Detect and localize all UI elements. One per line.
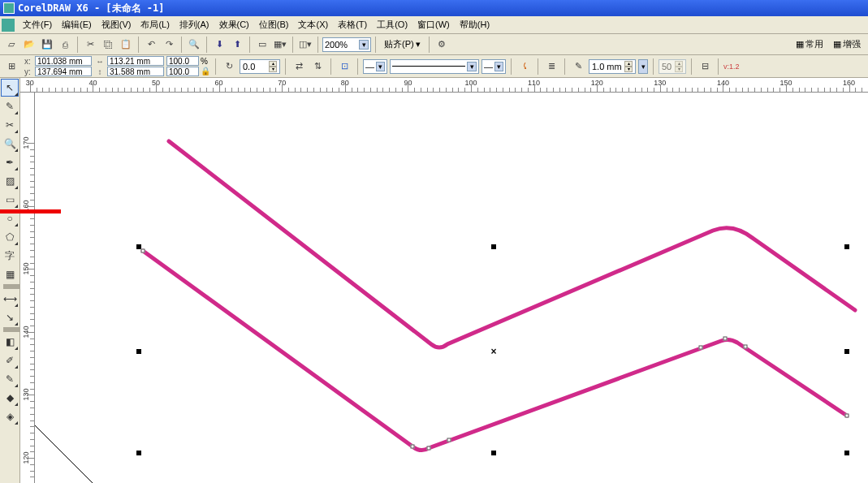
common-button[interactable]: ▦ 常用: [792, 37, 827, 53]
mirror-v-button[interactable]: ⇅: [309, 58, 326, 75]
window-title: CorelDRAW X6 - [未命名 -1]: [18, 2, 165, 15]
y-label-icon: y:: [22, 67, 33, 76]
flyout-indicator: [15, 111, 18, 114]
smart-fill-tool[interactable]: ▨: [1, 172, 19, 190]
snap-button[interactable]: 贴齐(P)▾: [380, 37, 425, 53]
curve-node[interactable]: [141, 249, 145, 253]
outline-tool[interactable]: ✎: [1, 370, 19, 388]
flyout-indicator: [15, 347, 18, 350]
curve-node[interactable]: [427, 446, 431, 451]
width-input[interactable]: 113.21 mm: [107, 56, 164, 66]
welcome-button[interactable]: ◫▾: [297, 37, 313, 53]
zoom-tool[interactable]: 🔍: [1, 135, 19, 153]
rectangle-tool[interactable]: ▭: [1, 191, 19, 209]
new-button[interactable]: ▱: [3, 37, 19, 53]
text-tool[interactable]: 字: [1, 247, 19, 265]
doc-icon: [2, 19, 15, 32]
copy-button[interactable]: ⿻: [100, 37, 116, 53]
mirror-h-button[interactable]: ⇄: [291, 58, 307, 75]
pick-tool[interactable]: ↖: [1, 79, 19, 97]
selection-handle[interactable]: [491, 244, 496, 249]
scale-x-input[interactable]: 100.0: [166, 56, 199, 66]
end-arrow-select[interactable]: —▾: [482, 59, 506, 74]
cut-button[interactable]: ✂: [82, 37, 98, 53]
menu-item[interactable]: 编辑(E): [57, 17, 97, 32]
y-position-input[interactable]: 137.694 mm: [35, 67, 92, 76]
save-button[interactable]: 💾: [39, 37, 55, 53]
menu-item[interactable]: 帮助(H): [455, 17, 494, 32]
chevron-down-icon[interactable]: ▾: [638, 59, 648, 74]
menu-item[interactable]: 文本(X): [293, 17, 333, 32]
flyout-indicator: [15, 130, 18, 133]
search-button[interactable]: 🔍: [186, 37, 202, 53]
flyout-indicator: [15, 304, 18, 307]
curve-node[interactable]: [447, 438, 451, 442]
dimension-tool[interactable]: ⟷: [1, 290, 19, 308]
print-button[interactable]: ⎙: [57, 37, 73, 53]
combine-button[interactable]: ⊡: [336, 58, 352, 75]
paste-button[interactable]: 📋: [118, 37, 134, 53]
export-button[interactable]: ⬆: [229, 37, 245, 53]
enhance-button[interactable]: ▦ 增强: [829, 37, 865, 53]
curve-node[interactable]: [845, 414, 849, 418]
scale-y-input[interactable]: 100.0: [166, 67, 199, 76]
selection-handle[interactable]: [844, 244, 849, 249]
menu-item[interactable]: 工具(O): [372, 17, 412, 32]
zoom-select[interactable]: 200% ▾: [322, 37, 371, 52]
curve-node[interactable]: [744, 345, 748, 349]
flyout-indicator: [15, 365, 18, 369]
polygon-tool[interactable]: ⬠: [1, 228, 19, 246]
object-position-icon: ⊞: [3, 58, 19, 75]
lock-icon[interactable]: 🔒: [201, 67, 210, 75]
zoom-value: 200%: [325, 40, 348, 50]
rotation-input[interactable]: 0.0 ▴▾: [240, 59, 280, 74]
crop-tool[interactable]: ✂: [1, 116, 19, 134]
curve-node[interactable]: [723, 337, 728, 341]
selection-handle[interactable]: [844, 349, 849, 354]
undo-button[interactable]: ↶: [143, 37, 159, 53]
menu-item[interactable]: 排列(A): [175, 17, 214, 32]
fill-tool[interactable]: ◆: [1, 389, 19, 407]
shape-tool[interactable]: ✎: [1, 97, 19, 115]
publish-button[interactable]: ▭: [254, 37, 270, 53]
menu-item[interactable]: 表格(T): [333, 17, 372, 32]
menu-item[interactable]: 窗口(W): [412, 17, 455, 32]
flyout-indicator: [15, 223, 18, 226]
selection-handle[interactable]: [136, 349, 141, 354]
selection-handle[interactable]: [491, 451, 496, 455]
eyedropper-tool[interactable]: ✐: [1, 351, 19, 369]
wrap-text-button[interactable]: ≣: [543, 58, 559, 75]
start-arrow-select[interactable]: —▾: [363, 59, 387, 74]
curve-node[interactable]: [699, 346, 703, 350]
options-button[interactable]: ⚙: [434, 37, 450, 53]
close-curve-button[interactable]: ⤹: [516, 58, 533, 75]
selection-handle[interactable]: [136, 451, 141, 455]
flyout-indicator: [15, 242, 18, 245]
outline-pen-icon: ✎: [570, 58, 586, 75]
outline-width-input[interactable]: 1.0 mm ▴▾: [589, 59, 636, 74]
menu-item[interactable]: 效果(C): [214, 17, 254, 32]
menu-item[interactable]: 布局(L): [136, 17, 174, 32]
curve-node[interactable]: [411, 445, 415, 449]
app-launcher-button[interactable]: ▦▾: [272, 37, 288, 53]
selection-center[interactable]: ×: [490, 346, 496, 357]
convert-button[interactable]: ⊟: [697, 58, 713, 75]
redo-button[interactable]: ↷: [161, 37, 177, 53]
menu-item[interactable]: 位图(B): [254, 17, 294, 32]
selection-handle[interactable]: [844, 451, 849, 455]
table-tool[interactable]: ▦: [1, 265, 19, 283]
connector-tool[interactable]: ↘: [1, 308, 19, 326]
import-button[interactable]: ⬇: [211, 37, 227, 53]
drawing-canvas[interactable]: ×: [35, 93, 868, 483]
app-icon: [3, 2, 15, 14]
open-button[interactable]: 📂: [21, 37, 37, 53]
menu-item[interactable]: 文件(F): [18, 17, 57, 32]
freehand-tool[interactable]: ✒: [1, 153, 19, 171]
line-style-select[interactable]: ▾: [390, 59, 479, 74]
menu-item[interactable]: 视图(V): [97, 17, 136, 32]
x-position-input[interactable]: 101.038 mm: [35, 56, 92, 66]
percent-label: %: [201, 57, 210, 66]
height-input[interactable]: 31.588 mm: [107, 67, 164, 76]
effects-tool[interactable]: ◧: [1, 333, 19, 351]
interactive-fill-tool[interactable]: ◈: [1, 408, 19, 425]
